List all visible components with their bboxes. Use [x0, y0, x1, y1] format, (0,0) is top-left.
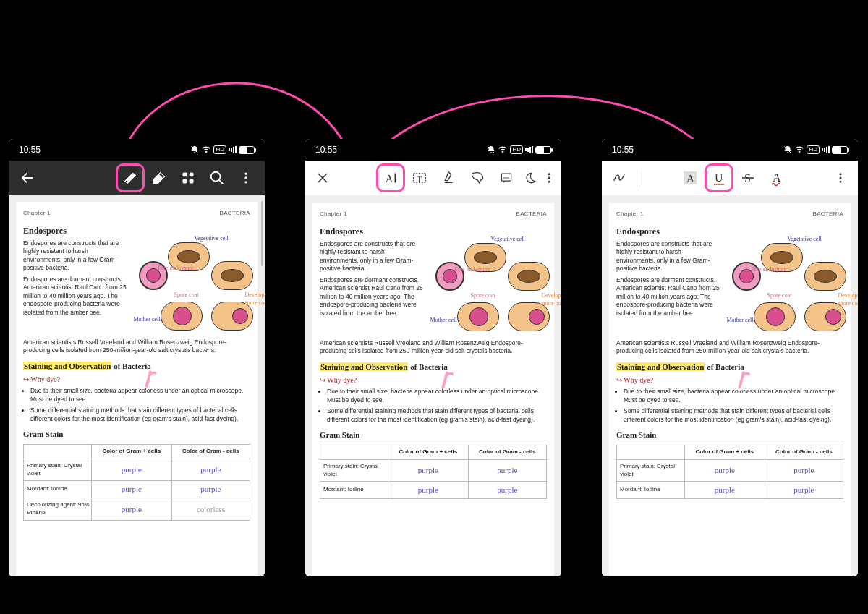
topic-label: BACTERIA — [220, 210, 250, 218]
text-markup-toolbar: A U S A — [602, 161, 858, 196]
document-viewport[interactable]: Chapter 1BACTERIA Endospores Endospores … — [9, 195, 265, 576]
diag-vegetative: Vegetative cell — [194, 235, 228, 243]
scrollbar[interactable] — [261, 201, 263, 266]
highlighter-button[interactable] — [434, 163, 463, 192]
diag-free: Free endospore — [158, 265, 193, 271]
svg-rect-15 — [501, 174, 511, 181]
page: Chapter 1BACTERIA Endospores Endospores … — [609, 203, 851, 576]
bullet-1: Due to their small size, bacteria appear… — [30, 387, 250, 404]
signal-icon — [525, 146, 533, 153]
search-button[interactable] — [203, 163, 231, 192]
screen-1: 10:55 HD Chapter 1BACTERIA Endospores En… — [9, 139, 265, 576]
dnd-icon — [487, 145, 495, 154]
heading-gram: Gram Stain — [616, 430, 843, 440]
svg-point-8 — [244, 176, 247, 179]
textbox-button[interactable]: T — [405, 163, 434, 192]
para-3: American scientists Russell Vreeland and… — [320, 339, 547, 356]
svg-rect-1 — [183, 173, 187, 177]
para-1: Endospores are constructs that are highl… — [320, 240, 424, 273]
heading-gram: Gram Stain — [320, 430, 547, 440]
svg-text:T: T — [417, 174, 422, 183]
shape-button[interactable] — [463, 163, 492, 192]
dnd-icon — [783, 145, 792, 154]
gram-table: Color of Gram + cellsColor of Gram - cel… — [616, 445, 843, 499]
more-button[interactable] — [231, 163, 260, 192]
svg-point-19 — [548, 177, 550, 179]
status-icons: HD — [487, 145, 551, 154]
signal-icon — [229, 146, 237, 153]
svg-point-20 — [548, 181, 550, 183]
edit-button[interactable] — [145, 163, 174, 192]
strikethrough-button[interactable]: S — [733, 163, 762, 192]
bullet-2: Some differential staining methods that … — [30, 406, 250, 423]
wifi-icon — [498, 145, 508, 154]
bullet-1: Due to their small size, bacteria appear… — [624, 388, 843, 404]
svg-text:A: A — [773, 171, 781, 184]
freehand-button[interactable] — [605, 163, 634, 192]
svg-rect-3 — [183, 179, 187, 184]
diag-mother: Mother cell — [133, 316, 162, 324]
bullet-2: Some differential staining methods that … — [624, 407, 843, 424]
divider — [637, 169, 637, 187]
para-2: Endospores are dormant constructs. Ameri… — [23, 276, 127, 317]
status-bar: 10:55 HD — [602, 139, 858, 161]
endospore-diagram: Vegetative cell Free endospore Spore coa… — [428, 240, 547, 338]
status-bar: 10:55 HD — [305, 139, 561, 161]
svg-point-31 — [840, 181, 842, 183]
topic-label: BACTERIA — [516, 210, 547, 218]
heading-staining: Staining and Observation of Bacteria — [23, 361, 250, 372]
signal-icon — [822, 146, 830, 153]
more-button[interactable] — [540, 163, 558, 192]
text-markup-button[interactable]: A — [376, 163, 405, 192]
document-viewport[interactable]: Chapter 1BACTERIA Endospores Endospores … — [305, 196, 561, 576]
gram-table: Color of Gram + cellsColor of Gram - cel… — [23, 444, 250, 521]
bullet-2: Some differential staining methods that … — [327, 407, 547, 424]
bullet-1: Due to their small size, bacteria appear… — [327, 388, 547, 404]
para-1: Endospores are constructs that are highl… — [23, 239, 127, 273]
squiggly-button[interactable]: A — [762, 163, 791, 192]
diag-spore: Spore coat — [174, 291, 198, 299]
screen-3: 10:55 HD A U S A Chapter 1BACTERIA Endos… — [602, 139, 858, 576]
document-viewport[interactable]: Chapter 1BACTERIA Endospores Endospores … — [602, 196, 858, 576]
svg-point-5 — [211, 172, 221, 182]
status-time: 10:55 — [612, 145, 634, 155]
topic-label: BACTERIA — [813, 210, 843, 218]
svg-text:A: A — [386, 173, 393, 184]
page: Chapter 1BACTERIA Endospores Endospores … — [16, 202, 258, 576]
gram-table: Color of Gram + cellsColor of Gram - cel… — [320, 445, 547, 499]
diag-dev: Developing spore coat — [244, 291, 265, 307]
chapter-label: Chapter 1 — [23, 210, 51, 218]
close-button[interactable] — [308, 163, 337, 192]
night-button[interactable] — [521, 163, 540, 192]
svg-point-7 — [244, 173, 247, 175]
para-2: Endospores are dormant constructs. Ameri… — [616, 276, 720, 317]
grid-view-button[interactable] — [174, 163, 203, 192]
dnd-icon — [190, 145, 199, 154]
svg-rect-2 — [190, 173, 194, 177]
main-toolbar — [9, 161, 265, 195]
highlight-button[interactable]: A — [676, 163, 705, 192]
battery-icon — [239, 146, 255, 154]
svg-point-29 — [840, 173, 842, 175]
annotate-button[interactable] — [116, 163, 145, 192]
note-button[interactable] — [492, 163, 521, 192]
svg-text:U: U — [715, 171, 723, 184]
more-button[interactable] — [826, 163, 855, 192]
svg-point-30 — [840, 177, 842, 179]
back-button[interactable] — [13, 163, 42, 192]
handwritten-why-dye: ↪ Why dye? — [616, 375, 843, 385]
hd-badge: HD — [510, 145, 523, 154]
svg-text:A: A — [686, 173, 694, 184]
endospore-diagram: Vegetative cell Free endospore Spore coa… — [725, 240, 843, 338]
underline-button[interactable]: U — [705, 163, 733, 192]
status-time: 10:55 — [315, 145, 337, 155]
para-3: American scientists Russell Vreeland and… — [23, 338, 250, 355]
svg-point-9 — [244, 181, 247, 183]
heading-gram: Gram Stain — [23, 429, 250, 440]
handwritten-why-dye: ↪ Why dye? — [320, 375, 547, 385]
status-icons: HD — [783, 145, 848, 154]
heading-staining: Staining and Observation of Bacteria — [616, 362, 843, 372]
svg-line-6 — [219, 180, 224, 184]
hd-badge: HD — [213, 145, 226, 154]
wifi-icon — [794, 145, 804, 154]
